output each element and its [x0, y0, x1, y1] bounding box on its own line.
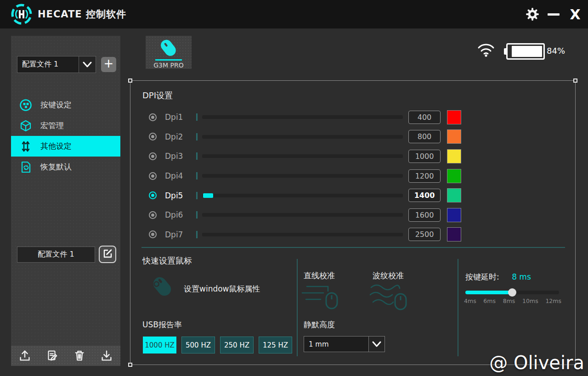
column-divider — [458, 259, 458, 356]
ripple-calibration-icon[interactable] — [368, 283, 413, 313]
delete-profile-icon[interactable] — [73, 349, 86, 363]
upload-profile-icon[interactable] — [18, 349, 32, 363]
dpi4-label: Dpi4 — [165, 171, 194, 180]
battery-fill — [512, 46, 542, 57]
dpi-section-title: DPI设置 — [142, 90, 173, 101]
macro-cube-icon — [19, 119, 32, 132]
line-calibration-label: 直线校准 — [304, 270, 335, 281]
dpi4-color-swatch[interactable] — [447, 169, 461, 183]
quick-section-title: 快速设置鼠标 — [142, 255, 192, 266]
silent-height-dropdown[interactable]: 1 mm — [304, 336, 369, 352]
dpi7-label: Dpi7 — [165, 230, 194, 239]
device-tab-g3m-pro[interactable]: G3M PRO — [146, 36, 192, 69]
profile-dropdown[interactable]: 配置文件 1 — [17, 56, 79, 73]
sidebar-item-label: 恢复默认 — [40, 162, 72, 172]
dpi7-slider[interactable] — [202, 233, 403, 236]
dpi1-slider[interactable] — [202, 115, 403, 119]
windows-mouse-icon[interactable] — [148, 273, 176, 302]
profile-name-box[interactable]: 配置文件 1 — [17, 247, 95, 263]
tick-mark — [196, 152, 198, 160]
dpi5-slider-handle[interactable] — [203, 193, 213, 198]
add-profile-button[interactable]: + — [101, 57, 116, 72]
key-delay-ticks: 4ms 6ms 8ms 10ms 12ms — [464, 297, 561, 304]
hecate-logo-icon — [10, 3, 33, 26]
dpi3-color-swatch[interactable] — [447, 149, 461, 163]
panel-handle — [573, 79, 577, 83]
dpi2-radio[interactable] — [149, 133, 157, 140]
sidebar-item-label: 按键设定 — [40, 100, 72, 110]
dpi1-color-swatch[interactable] — [447, 110, 461, 124]
usb-rate-250hz-button[interactable]: 250 HZ — [220, 337, 254, 354]
dpi-row-7: Dpi7 2500 — [130, 225, 575, 245]
wifi-icon — [477, 42, 495, 59]
dpi4-slider[interactable] — [202, 174, 403, 178]
dpi2-slider[interactable] — [202, 135, 403, 139]
sidebar-item-macro-manager[interactable]: 宏管理 — [11, 115, 120, 136]
battery-icon — [506, 43, 545, 60]
ripple-calibration-label: 波纹校准 — [373, 270, 404, 281]
dpi-row-5: Dpi5 1400 — [130, 185, 575, 205]
dpi6-value: 1600 — [408, 208, 441, 222]
dpi3-label: Dpi3 — [165, 152, 194, 161]
dpi5-label: Dpi5 — [165, 191, 194, 200]
tick-mark — [196, 231, 198, 238]
restore-defaults-icon — [19, 161, 32, 174]
dpi3-radio[interactable] — [149, 152, 157, 160]
dpi5-radio[interactable] — [149, 191, 157, 199]
dpi6-slider[interactable] — [202, 213, 403, 217]
download-profile-icon[interactable] — [100, 349, 113, 363]
dpi6-color-swatch[interactable] — [447, 208, 461, 222]
usb-rate-500hz-button[interactable]: 500 HZ — [181, 337, 215, 354]
dpi7-radio[interactable] — [149, 230, 157, 238]
dpi2-color-swatch[interactable] — [447, 129, 461, 144]
panel-handle — [128, 79, 132, 83]
key-delay-slider[interactable] — [465, 291, 559, 294]
settings-gear-icon[interactable] — [522, 0, 543, 28]
dpi-rows: Dpi1 400 Dpi2 800 Dpi3 1000 — [130, 107, 575, 244]
profile-dropdown-chevron[interactable] — [79, 56, 96, 73]
dpi6-label: Dpi6 — [165, 210, 194, 219]
key-delay-slider-knob[interactable] — [508, 288, 516, 297]
tick-mark — [196, 172, 198, 180]
settings-panel: DPI设置 Dpi1 400 Dpi2 800 Dpi3 — [130, 80, 576, 365]
tick-label: 8ms — [503, 297, 515, 304]
panel-handle — [128, 363, 132, 367]
dpi5-value: 1400 — [408, 189, 441, 202]
sidebar-item-restore-defaults[interactable]: 恢复默认 — [11, 157, 120, 177]
dpi7-value: 2500 — [408, 228, 441, 241]
dpi4-radio[interactable] — [149, 172, 157, 180]
sidebar-item-button-settings[interactable]: 按键设定 — [11, 95, 120, 115]
dpi-row-2: Dpi2 800 — [130, 127, 575, 147]
line-calibration-icon[interactable] — [300, 283, 344, 313]
minimize-button[interactable] — [543, 0, 564, 28]
silent-height-label: 静默高度 — [304, 320, 335, 330]
tick-label: 6ms — [483, 297, 496, 304]
minimize-icon — [548, 13, 560, 16]
dpi6-radio[interactable] — [149, 211, 157, 219]
dpi1-radio[interactable] — [149, 113, 157, 121]
sliders-icon — [19, 140, 32, 153]
dpi5-color-swatch[interactable] — [447, 188, 461, 202]
sidebar-item-other-settings[interactable]: 其他设定 — [11, 136, 120, 157]
usb-rate-label: USB报告率 — [142, 320, 182, 330]
dpi-row-6: Dpi6 1600 — [130, 205, 575, 225]
dpi3-slider[interactable] — [202, 154, 403, 158]
tick-mark — [196, 133, 198, 140]
silent-height-chevron[interactable] — [369, 336, 385, 352]
usb-rate-1000hz-button[interactable]: 1000 HZ — [143, 337, 176, 354]
sidebar-item-label: 其他设定 — [40, 141, 72, 152]
dpi5-slider[interactable] — [202, 194, 403, 197]
device-tab-underline — [155, 59, 182, 61]
copy-profile-icon[interactable] — [45, 349, 59, 363]
key-delay-label: 按键延时: — [465, 272, 499, 281]
mouse-buttons-icon — [19, 99, 32, 112]
dpi4-value: 1200 — [408, 169, 441, 183]
windows-mouse-label[interactable]: 设置window鼠标属性 — [184, 284, 260, 294]
dpi7-color-swatch[interactable] — [447, 227, 461, 241]
tick-label: 10ms — [522, 297, 538, 304]
edit-profile-button[interactable] — [99, 246, 116, 263]
dpi3-value: 1000 — [408, 150, 441, 163]
close-button[interactable]: X — [564, 0, 586, 28]
usb-rate-125hz-button[interactable]: 125 HZ — [259, 337, 292, 354]
device-name: G3M PRO — [153, 62, 183, 69]
